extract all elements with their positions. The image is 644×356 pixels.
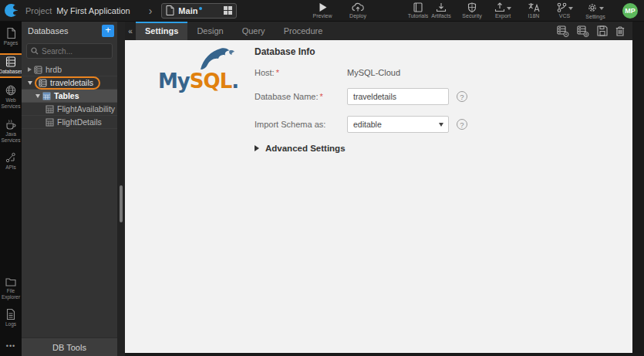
mysql-word-sql: SQL xyxy=(190,70,231,93)
tab-design[interactable]: Design xyxy=(187,22,232,40)
cloud-upload-icon xyxy=(352,2,364,12)
tree-node-hrdb[interactable]: hrdb xyxy=(22,63,117,76)
tree-label-flightdetails: FlightDetails xyxy=(57,117,102,127)
rail-item-java-services[interactable]: Java Services xyxy=(0,117,22,145)
database-name-input[interactable] xyxy=(347,88,449,105)
db-tools-button[interactable]: DB Tools xyxy=(22,337,117,356)
add-database-button[interactable]: + xyxy=(102,25,114,37)
modified-dot-icon xyxy=(199,7,202,10)
page-icon xyxy=(166,5,174,15)
rail-label-logs: Logs xyxy=(5,321,16,327)
rail-item-apis[interactable]: APIs xyxy=(5,151,17,172)
project-prefix: Project xyxy=(25,6,52,15)
tab-query[interactable]: Query xyxy=(233,22,275,40)
export-label: Export xyxy=(495,13,511,19)
rail-item-logs[interactable]: Logs xyxy=(5,307,17,329)
globe-icon xyxy=(5,85,16,96)
user-avatar[interactable]: MP xyxy=(622,3,638,19)
annotation-ellipse: traveldetails xyxy=(35,76,100,90)
page-name: Main xyxy=(178,6,197,15)
help-icon[interactable]: ? xyxy=(457,119,467,130)
mysql-logo: MySQL. xyxy=(158,46,251,100)
vcs-button[interactable]: VCS xyxy=(553,2,576,19)
import-schema-select[interactable]: editable xyxy=(347,116,449,133)
help-icon[interactable]: ? xyxy=(457,91,467,102)
export-button[interactable]: Export xyxy=(491,2,514,19)
database-info-form: Database Info Host:* MySQL-Cloud Databas… xyxy=(255,46,594,153)
panel-title: Databases xyxy=(28,26,102,36)
logs-icon xyxy=(6,309,15,320)
database-tree: hrdb traveldetails xyxy=(22,63,117,337)
artifacts-label: Artifacts xyxy=(431,13,450,19)
rail-item-file-explorer[interactable]: File Explorer xyxy=(0,276,22,302)
databases-icon xyxy=(5,56,16,67)
preview-label: Preview xyxy=(313,13,332,19)
mysql-word-dot: . xyxy=(231,70,238,93)
security-label: Security xyxy=(462,13,481,19)
search-input[interactable] xyxy=(42,47,108,56)
artifacts-button[interactable]: Artifacts xyxy=(430,2,453,19)
database-shell-icon[interactable] xyxy=(577,25,589,37)
tree-label-traveldetails: traveldetails xyxy=(50,78,93,87)
folder-icon xyxy=(5,277,16,286)
play-icon xyxy=(318,2,328,12)
delete-icon[interactable] xyxy=(615,25,625,36)
table-icon xyxy=(46,105,54,114)
database-name-label: Database Name:* xyxy=(255,92,347,101)
search-box[interactable] xyxy=(26,43,113,59)
save-icon[interactable] xyxy=(597,25,608,36)
main-area: « Settings Design Query Procedure xyxy=(125,22,632,356)
database-icon xyxy=(39,79,47,87)
tutorials-button[interactable]: Tutorials xyxy=(406,2,430,19)
tutorials-label: Tutorials xyxy=(408,13,429,19)
i18n-button[interactable]: I18N xyxy=(522,2,545,19)
panel-scrollbar[interactable] xyxy=(117,22,125,356)
collapse-panel-button[interactable]: « xyxy=(125,22,136,40)
coffee-icon xyxy=(5,119,16,130)
gear-icon xyxy=(587,2,598,13)
database-update-icon[interactable] xyxy=(557,25,569,37)
tables-folder-icon xyxy=(42,92,51,100)
collapse-caret-icon[interactable] xyxy=(28,81,32,85)
wavemaker-logo-icon[interactable] xyxy=(5,4,18,17)
rail-item-web-services[interactable]: Web Services xyxy=(0,83,22,111)
preview-button[interactable]: Preview xyxy=(311,2,334,19)
rail-label-apis: APIs xyxy=(5,164,16,171)
settings-button[interactable]: Settings xyxy=(584,2,607,19)
expand-caret-icon[interactable] xyxy=(28,67,32,72)
tree-node-tables[interactable]: Tables xyxy=(22,90,117,103)
translate-icon xyxy=(528,2,540,12)
branch-icon xyxy=(557,2,567,12)
tab-settings[interactable]: Settings xyxy=(136,22,187,40)
project-breadcrumb: Project My First Application xyxy=(25,6,130,15)
deploy-label: Deploy xyxy=(349,13,366,19)
scrollbar-thumb[interactable] xyxy=(120,185,123,222)
i18n-label: I18N xyxy=(528,13,540,19)
host-label: Host:* xyxy=(255,68,347,77)
tree-node-flightdetails[interactable]: FlightDetails xyxy=(22,116,117,129)
chevron-right-icon: › xyxy=(149,5,153,17)
settings-content: MySQL. Database Info Host:* MySQL-Cloud … xyxy=(125,40,632,353)
databases-panel: Databases + xyxy=(22,22,117,356)
mysql-dolphin-icon xyxy=(198,46,235,71)
host-row: Host:* MySQL-Cloud xyxy=(255,68,594,77)
page-selector[interactable]: Main xyxy=(161,3,237,19)
tree-label-hrdb: hrdb xyxy=(46,65,62,74)
tree-node-flightavailability[interactable]: FlightAvailability xyxy=(22,103,117,116)
security-button[interactable]: Security xyxy=(460,2,484,19)
advanced-settings-label: Advanced Settings xyxy=(265,144,346,153)
rail-label-pages: Pages xyxy=(4,40,18,46)
database-icon xyxy=(34,66,42,74)
advanced-settings-toggle[interactable]: Advanced Settings xyxy=(255,144,594,153)
pages-grid-icon[interactable] xyxy=(224,6,232,15)
rail-label-databases: Databases xyxy=(0,69,23,75)
deploy-button[interactable]: Deploy xyxy=(346,2,369,19)
more-icon[interactable]: ••• xyxy=(6,342,15,350)
rail-item-pages[interactable]: Pages xyxy=(3,26,19,48)
tab-procedure[interactable]: Procedure xyxy=(275,22,332,40)
required-asterisk: * xyxy=(276,68,279,77)
tree-node-traveldetails[interactable]: traveldetails xyxy=(22,76,117,90)
mysql-wordmark: MySQL. xyxy=(158,70,238,93)
left-rail: Pages Databases Web Services xyxy=(0,22,22,356)
collapse-caret-icon[interactable] xyxy=(35,94,40,98)
